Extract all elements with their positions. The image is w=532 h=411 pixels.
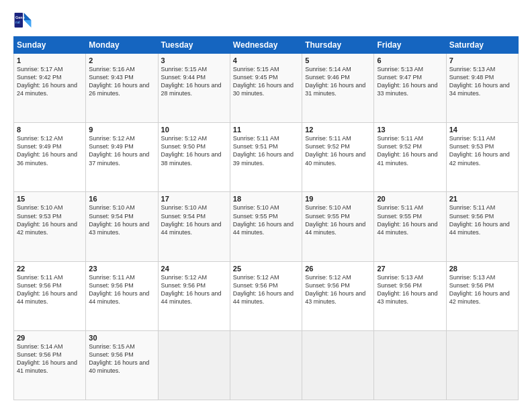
page: Gene ral SundayMondayTuesdayWednesdayThu… xyxy=(0,0,532,411)
day-number: 26 xyxy=(305,265,371,273)
cell-details: Sunrise: 5:15 AM Sunset: 9:44 PM Dayligh… xyxy=(161,65,227,98)
col-header-thursday: Thursday xyxy=(302,37,374,54)
cell-details: Sunrise: 5:15 AM Sunset: 9:56 PM Dayligh… xyxy=(89,342,154,375)
day-cell-20: 20 Sunrise: 5:11 AM Sunset: 9:55 PM Dayl… xyxy=(374,192,446,261)
day-number: 29 xyxy=(17,334,83,342)
cell-details: Sunrise: 5:12 AM Sunset: 9:56 PM Dayligh… xyxy=(233,273,299,306)
day-cell-16: 16 Sunrise: 5:10 AM Sunset: 9:54 PM Dayl… xyxy=(86,192,158,261)
day-cell-8: 8 Sunrise: 5:12 AM Sunset: 9:49 PM Dayli… xyxy=(14,123,86,192)
week-row-2: 8 Sunrise: 5:12 AM Sunset: 9:49 PM Dayli… xyxy=(14,123,519,192)
cell-details: Sunrise: 5:11 AM Sunset: 9:51 PM Dayligh… xyxy=(233,134,299,167)
day-cell-1: 1 Sunrise: 5:17 AM Sunset: 9:42 PM Dayli… xyxy=(14,54,86,123)
week-row-1: 1 Sunrise: 5:17 AM Sunset: 9:42 PM Dayli… xyxy=(14,54,519,123)
cell-details: Sunrise: 5:11 AM Sunset: 9:56 PM Dayligh… xyxy=(89,273,154,306)
week-row-5: 29 Sunrise: 5:14 AM Sunset: 9:56 PM Dayl… xyxy=(14,330,519,400)
day-cell-10: 10 Sunrise: 5:12 AM Sunset: 9:50 PM Dayl… xyxy=(158,123,230,192)
day-cell-29: 29 Sunrise: 5:14 AM Sunset: 9:56 PM Dayl… xyxy=(14,330,86,400)
cell-details: Sunrise: 5:12 AM Sunset: 9:56 PM Dayligh… xyxy=(161,273,227,306)
empty-cell xyxy=(230,330,302,400)
day-cell-12: 12 Sunrise: 5:11 AM Sunset: 9:52 PM Dayl… xyxy=(302,123,374,192)
cell-details: Sunrise: 5:13 AM Sunset: 9:47 PM Dayligh… xyxy=(377,65,443,98)
day-number: 23 xyxy=(89,265,154,273)
day-number: 27 xyxy=(377,265,443,273)
day-number: 22 xyxy=(17,265,83,273)
day-cell-19: 19 Sunrise: 5:10 AM Sunset: 9:55 PM Dayl… xyxy=(302,192,374,261)
col-header-friday: Friday xyxy=(374,37,446,54)
day-cell-2: 2 Sunrise: 5:16 AM Sunset: 9:43 PM Dayli… xyxy=(86,54,158,123)
day-cell-6: 6 Sunrise: 5:13 AM Sunset: 9:47 PM Dayli… xyxy=(374,54,446,123)
cell-details: Sunrise: 5:12 AM Sunset: 9:49 PM Dayligh… xyxy=(89,134,154,167)
day-cell-13: 13 Sunrise: 5:11 AM Sunset: 9:52 PM Dayl… xyxy=(374,123,446,192)
cell-details: Sunrise: 5:14 AM Sunset: 9:46 PM Dayligh… xyxy=(305,65,371,98)
day-number: 16 xyxy=(89,195,154,203)
day-cell-11: 11 Sunrise: 5:11 AM Sunset: 9:51 PM Dayl… xyxy=(230,123,302,192)
cell-details: Sunrise: 5:11 AM Sunset: 9:52 PM Dayligh… xyxy=(377,134,443,167)
day-number: 10 xyxy=(161,126,227,134)
cell-details: Sunrise: 5:11 AM Sunset: 9:55 PM Dayligh… xyxy=(377,203,443,236)
svg-text:Gene: Gene xyxy=(15,15,25,19)
day-number: 17 xyxy=(161,195,227,203)
day-number: 5 xyxy=(305,56,371,64)
logo: Gene ral xyxy=(13,11,35,30)
day-cell-21: 21 Sunrise: 5:11 AM Sunset: 9:56 PM Dayl… xyxy=(446,192,518,261)
empty-cell xyxy=(374,330,446,400)
day-number: 15 xyxy=(17,195,83,203)
cell-details: Sunrise: 5:13 AM Sunset: 9:56 PM Dayligh… xyxy=(449,273,515,306)
day-number: 30 xyxy=(89,334,154,342)
header: Gene ral xyxy=(13,11,519,30)
day-cell-22: 22 Sunrise: 5:11 AM Sunset: 9:56 PM Dayl… xyxy=(14,261,86,330)
empty-cell xyxy=(302,330,374,400)
col-header-monday: Monday xyxy=(86,37,158,54)
cell-details: Sunrise: 5:10 AM Sunset: 9:55 PM Dayligh… xyxy=(233,203,299,236)
empty-cell xyxy=(158,330,230,400)
day-cell-7: 7 Sunrise: 5:13 AM Sunset: 9:48 PM Dayli… xyxy=(446,54,518,123)
svg-text:ral: ral xyxy=(15,20,20,24)
logo-icon: Gene ral xyxy=(13,11,32,30)
day-cell-30: 30 Sunrise: 5:15 AM Sunset: 9:56 PM Dayl… xyxy=(86,330,158,400)
day-number: 21 xyxy=(449,195,515,203)
day-number: 1 xyxy=(17,56,83,64)
cell-details: Sunrise: 5:12 AM Sunset: 9:56 PM Dayligh… xyxy=(305,273,371,306)
cell-details: Sunrise: 5:12 AM Sunset: 9:49 PM Dayligh… xyxy=(17,134,83,167)
col-header-tuesday: Tuesday xyxy=(158,37,230,54)
empty-cell xyxy=(446,330,518,400)
cell-details: Sunrise: 5:14 AM Sunset: 9:56 PM Dayligh… xyxy=(17,342,83,375)
cell-details: Sunrise: 5:15 AM Sunset: 9:45 PM Dayligh… xyxy=(233,65,299,98)
day-cell-18: 18 Sunrise: 5:10 AM Sunset: 9:55 PM Dayl… xyxy=(230,192,302,261)
day-number: 12 xyxy=(305,126,371,134)
cell-details: Sunrise: 5:16 AM Sunset: 9:43 PM Dayligh… xyxy=(89,65,154,98)
cell-details: Sunrise: 5:10 AM Sunset: 9:55 PM Dayligh… xyxy=(305,203,371,236)
cell-details: Sunrise: 5:11 AM Sunset: 9:52 PM Dayligh… xyxy=(305,134,371,167)
col-header-wednesday: Wednesday xyxy=(230,37,302,54)
day-number: 25 xyxy=(233,265,299,273)
day-number: 14 xyxy=(449,126,515,134)
day-cell-9: 9 Sunrise: 5:12 AM Sunset: 9:49 PM Dayli… xyxy=(86,123,158,192)
cell-details: Sunrise: 5:13 AM Sunset: 9:48 PM Dayligh… xyxy=(449,65,515,98)
day-number: 28 xyxy=(449,265,515,273)
day-cell-5: 5 Sunrise: 5:14 AM Sunset: 9:46 PM Dayli… xyxy=(302,54,374,123)
day-number: 9 xyxy=(89,126,154,134)
day-number: 18 xyxy=(233,195,299,203)
cell-details: Sunrise: 5:10 AM Sunset: 9:54 PM Dayligh… xyxy=(161,203,227,236)
cell-details: Sunrise: 5:11 AM Sunset: 9:56 PM Dayligh… xyxy=(17,273,83,306)
day-cell-24: 24 Sunrise: 5:12 AM Sunset: 9:56 PM Dayl… xyxy=(158,261,230,330)
day-cell-15: 15 Sunrise: 5:10 AM Sunset: 9:53 PM Dayl… xyxy=(14,192,86,261)
day-cell-25: 25 Sunrise: 5:12 AM Sunset: 9:56 PM Dayl… xyxy=(230,261,302,330)
week-row-4: 22 Sunrise: 5:11 AM Sunset: 9:56 PM Dayl… xyxy=(14,261,519,330)
cell-details: Sunrise: 5:10 AM Sunset: 9:54 PM Dayligh… xyxy=(89,203,154,236)
col-header-saturday: Saturday xyxy=(446,37,518,54)
day-number: 6 xyxy=(377,56,443,64)
day-number: 3 xyxy=(161,56,227,64)
day-cell-28: 28 Sunrise: 5:13 AM Sunset: 9:56 PM Dayl… xyxy=(446,261,518,330)
day-cell-14: 14 Sunrise: 5:11 AM Sunset: 9:53 PM Dayl… xyxy=(446,123,518,192)
day-number: 13 xyxy=(377,126,443,134)
cell-details: Sunrise: 5:13 AM Sunset: 9:56 PM Dayligh… xyxy=(377,273,443,306)
day-number: 19 xyxy=(305,195,371,203)
cell-details: Sunrise: 5:11 AM Sunset: 9:53 PM Dayligh… xyxy=(449,134,515,167)
day-cell-4: 4 Sunrise: 5:15 AM Sunset: 9:45 PM Dayli… xyxy=(230,54,302,123)
cell-details: Sunrise: 5:11 AM Sunset: 9:56 PM Dayligh… xyxy=(449,203,515,236)
day-cell-26: 26 Sunrise: 5:12 AM Sunset: 9:56 PM Dayl… xyxy=(302,261,374,330)
day-number: 8 xyxy=(17,126,83,134)
calendar-table: SundayMondayTuesdayWednesdayThursdayFrid… xyxy=(13,36,519,400)
cell-details: Sunrise: 5:17 AM Sunset: 9:42 PM Dayligh… xyxy=(17,65,83,98)
